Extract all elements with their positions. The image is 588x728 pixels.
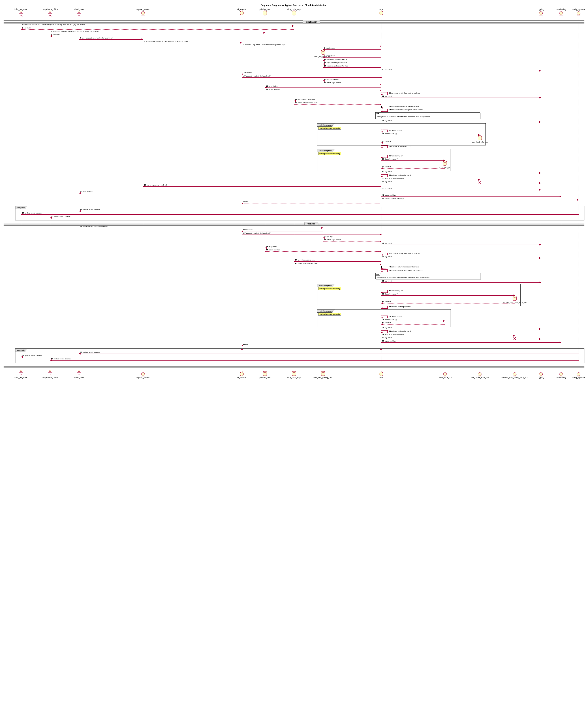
message-48: 48return infrastructure code [294,263,381,266]
participant-label: infra_code_repo [287,8,301,10]
participant-user: cloud_user [74,8,84,18]
message-55: 55validate test deployment [381,306,388,308]
participant-req: request_system [136,8,150,16]
destroy-atcloud: ✕ [513,336,517,341]
actor-icon [18,370,24,377]
entity-icon [477,371,483,377]
message-16: 16get cloud config [323,79,381,82]
actor-icon [76,370,82,377]
message-58: 58created [381,322,445,326]
participant-atcloud: another_test_cloud_infra_env [501,371,528,379]
message-9: 9create team [323,55,381,59]
db-icon [291,10,297,16]
participant-label: policies_repo [259,8,271,10]
message-40: 40user notified [79,191,143,194]
participant-not: notify_system [572,371,585,379]
message-5: 5user requests a new cloud environment [79,37,143,41]
participant-req: request_system [136,371,150,379]
entity-icon [559,10,564,16]
diagram-title: Sequence Diagram for typical Enterprise … [4,4,584,8]
participant-not: notify_system [572,8,585,16]
participant-tcloud: test_cloud_infra_env [470,371,489,379]
actor-icon [18,10,24,17]
message-52: 52`terraform plan` [381,290,388,293]
message-40: 40get repo [323,236,381,239]
ref-box: ref deployment of combined infrastructur… [375,273,480,279]
message-14: 14success [242,72,381,76]
ctrl-icon [239,10,245,16]
message-46: 46log event [381,256,541,259]
section-Updates: Updates [304,222,318,226]
participant-label: compliance_officer [42,8,58,10]
entity-icon [576,10,581,16]
message-63: 63report metrics [381,340,561,344]
message-51: 51log event [381,280,541,284]
entity-icon [538,371,543,377]
participant-label: cloud_user [74,8,84,10]
participant-label: ci_system [237,8,246,10]
participant-ci: ci_system [237,371,246,379]
section-Initialization: Initialization [302,20,320,24]
participant-label: request_system [136,377,150,379]
message-8: 8create repo [323,47,381,51]
entity-icon [442,371,448,377]
participant-label: cloud_user [74,377,84,379]
group-real deployment: real deployment verify plan matches conf… [317,149,451,171]
entity-icon [576,371,581,377]
message-35: 35validate real deployment [381,174,388,177]
group-test deployment: test deployment verify plan matches conf… [317,284,520,306]
destroy-tcloud: ✕ [478,180,481,185]
message-47: 47get infrastructure code [294,259,381,263]
message-12: 12create skeleton config files [323,65,381,69]
message-37: 37log event [381,181,541,185]
participant-mon: monitoring [556,8,566,16]
participant-label: notify_system [572,377,585,379]
participant-infra: infra_engineer [15,369,27,379]
message-20: 20compare config files against policies [381,92,388,95]
message-61: 61destroy test deployment [381,334,515,337]
message-28: 28`terraform apply` [381,133,480,136]
message-26: 26log event [381,120,541,123]
message-57: 57`terraform apply` [381,319,445,322]
db-icon [320,371,326,377]
participant-label: infra_engineer [15,377,27,379]
participant-infra: infra_engineer [15,8,27,18]
message-57: 57update user's channel [21,355,579,358]
db-icon [262,10,268,16]
db-icon [291,371,297,377]
message-53: 53`terraform apply` [381,293,515,297]
db-icon [477,135,483,141]
message-13: 13log event [381,69,541,72]
message-15: 15`cloudctl --project deploy cloud ` [242,76,381,79]
message-2: 2approved [21,27,294,31]
message-6: 6webhook to start initial environment de… [143,41,242,44]
message-1: 1create infrastructure code defining how… [21,24,294,27]
participant-label: eca [379,8,383,10]
message-7: 7`cloudctl --org-name --repo-name config… [242,44,381,47]
message-56: 56`terraform plan` [381,316,388,318]
actor-icon [47,10,53,17]
message-11: 11apply access permissions [323,62,381,65]
participant-mon: monitoring [556,371,566,379]
participant-label: eca [379,377,383,379]
message-43: 43end [242,201,381,205]
message-41: 41return repo object [323,239,381,242]
actor-icon [47,370,53,377]
message-36: 36destroy test deployment [381,178,480,181]
entity-icon [559,371,564,377]
participant-pol: policies_repo [259,8,271,16]
participant-label: logging [538,8,544,10]
message-36: 36update user's channel [21,212,579,216]
message-50: 50setup test local workspace environment [381,270,388,272]
participant-log: logging [538,8,544,16]
participant-label: infra_code_repo [287,377,301,379]
message-24: 24setup local workspace environment [381,106,388,108]
participant-label: infra_engineer [15,8,27,10]
entity-icon [512,371,518,377]
db-icon [262,371,268,377]
message-57: 57update user's channel [50,358,579,362]
message-45: 45compare config files against policies [381,253,388,255]
participant-label: ci_system [237,377,246,379]
db-icon [442,161,448,166]
message-39: 39`cloudctl --project deploy cloud ` [242,233,381,236]
